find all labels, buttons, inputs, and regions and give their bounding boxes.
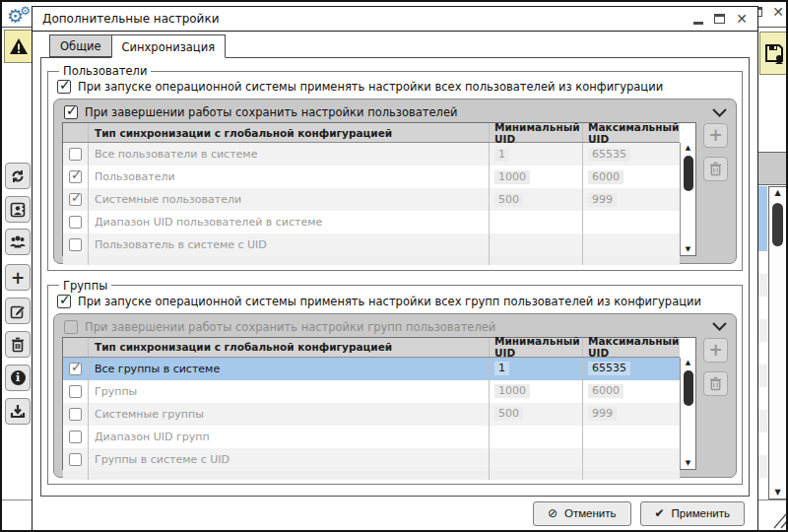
table-row[interactable]: Все пользователи в системе 1 65535 [63, 143, 680, 166]
row-checkbox[interactable] [69, 216, 82, 229]
refresh-button[interactable] [5, 163, 31, 189]
users-startup-row[interactable]: При запуске операционной системы применя… [57, 80, 735, 94]
info-button[interactable]: i [5, 365, 31, 391]
advanced-settings-dialog: Дополнительные настройки ✕ Общие Синхрон… [32, 6, 758, 531]
edit-icon [10, 303, 26, 319]
import-button[interactable] [5, 398, 31, 425]
save-users-button[interactable] [759, 32, 788, 75]
users-table-scrollbar[interactable]: ▲ ▼ [680, 143, 695, 255]
col-min-uid[interactable]: Минимальный UID [490, 123, 583, 142]
users-table: Тип синхронизации с глобальной конфигура… [62, 122, 696, 256]
cancel-icon: ⊘ [548, 507, 558, 519]
col-min-uid[interactable]: Минимальный UID [490, 338, 583, 357]
scroll-down-icon[interactable]: ▼ [686, 244, 690, 255]
user-card-icon [10, 202, 26, 218]
add-icon: + [708, 342, 722, 359]
users-add-row-button[interactable]: + [703, 123, 728, 148]
warning-triangle-icon [9, 37, 29, 55]
row-checkbox[interactable] [69, 148, 82, 161]
table-row[interactable]: Диапазон UID групп [63, 426, 680, 448]
table-row[interactable]: Пользователи 1000 6000 [63, 166, 680, 188]
groups-startup-label: При запуске операционной системы применя… [78, 295, 701, 308]
tabbar: Общие Синхронизация [33, 32, 757, 57]
row-checkbox[interactable] [69, 408, 82, 421]
users-group-button[interactable] [5, 229, 31, 255]
users-group: Пользователи При запуске операционной си… [47, 64, 743, 271]
application-window: ⚙⚙ ✕ [0, 0, 788, 532]
tab-synchronization[interactable]: Синхронизация [111, 34, 227, 58]
groups-add-row-button[interactable]: + [703, 338, 728, 363]
groups-save-panel: При завершении работы сохранить настройк… [53, 313, 737, 479]
table-row[interactable]: Диапазон UID пользователей в системе [63, 211, 680, 233]
scroll-thumb[interactable] [684, 156, 693, 191]
row-checkbox[interactable] [69, 431, 82, 443]
scroll-thumb[interactable] [684, 370, 693, 406]
table-row[interactable]: Системные пользователи 500 999 [63, 188, 680, 211]
scroll-down-icon[interactable]: ▼ [774, 487, 780, 499]
maximize-icon[interactable] [714, 14, 725, 24]
row-checkbox[interactable] [69, 170, 82, 183]
table-row[interactable]: Группы 1000 6000 [63, 380, 680, 403]
apply-button[interactable]: ✔ Применить [640, 501, 745, 526]
close-icon[interactable]: ✕ [772, 5, 784, 19]
dialog-titlebar[interactable]: Дополнительные настройки ✕ [33, 7, 757, 32]
delete-button[interactable] [5, 331, 31, 358]
scroll-down-icon[interactable]: ▼ [686, 458, 690, 469]
user-card-button[interactable] [5, 196, 31, 223]
groups-table-scrollbar[interactable]: ▲ ▼ [680, 358, 695, 470]
table-row[interactable]: Все группы в системе 1 65535 [63, 358, 680, 380]
row-checkbox[interactable] [69, 453, 82, 466]
groups-save-label: При завершении работы сохранить настройк… [85, 320, 495, 334]
groups-delete-row-button[interactable] [703, 371, 728, 396]
save-users-icon [763, 42, 785, 64]
users-startup-checkbox[interactable] [57, 80, 71, 94]
groups-group-legend: Группы [59, 279, 111, 293]
users-save-panel: При завершении работы сохранить настройк… [53, 99, 737, 264]
trash-icon [709, 376, 722, 391]
tab-general[interactable]: Общие [49, 34, 112, 57]
chevron-down-icon[interactable] [712, 108, 727, 117]
col-sync-type[interactable]: Тип синхронизации с глобальной конфигура… [89, 123, 490, 142]
close-icon[interactable]: ✕ [736, 12, 748, 26]
row-checkbox[interactable] [69, 238, 82, 251]
scroll-up-icon[interactable]: ▲ [686, 143, 690, 154]
scroll-up-icon[interactable]: ▲ [774, 187, 780, 199]
table-row[interactable]: Системные группы 500 999 [63, 403, 680, 426]
users-delete-row-button[interactable] [703, 157, 728, 181]
table-row[interactable]: Группы в системе с UID [63, 448, 680, 471]
resize-grip-icon [766, 510, 788, 530]
scroll-up-icon[interactable]: ▲ [686, 358, 690, 368]
col-sync-type[interactable]: Тип синхронизации с глобальной конфигура… [89, 338, 490, 357]
users-save-checkbox[interactable] [64, 105, 78, 119]
groups-save-header[interactable]: При завершении работы сохранить настройк… [62, 317, 729, 337]
col-max-uid[interactable]: Максимальный UID [583, 123, 680, 142]
groups-table: Тип синхронизации с глобальной конфигура… [62, 337, 696, 471]
edit-button[interactable] [5, 298, 31, 324]
row-checkbox[interactable] [69, 385, 82, 398]
table-row-stripe [63, 256, 680, 265]
groups-table-header: Тип синхронизации с глобальной конфигура… [63, 338, 680, 358]
settings-gears-icon: ⚙⚙ [5, 3, 33, 29]
row-checkbox[interactable] [69, 363, 82, 375]
background-scrollbar[interactable]: ▲ ▼ [768, 186, 787, 499]
users-table-header: Тип синхронизации с глобальной конфигура… [63, 123, 680, 143]
add-button[interactable]: + [5, 264, 31, 291]
scroll-thumb[interactable] [772, 203, 783, 246]
cancel-button[interactable]: ⊘ Отменить [533, 501, 631, 526]
groups-startup-row[interactable]: При запуске операционной системы применя… [57, 295, 735, 308]
add-icon: + [11, 268, 25, 288]
add-icon: + [708, 127, 722, 144]
users-save-header[interactable]: При завершении работы сохранить настройк… [62, 102, 729, 122]
trash-icon [709, 162, 722, 176]
row-checkbox[interactable] [69, 193, 82, 206]
groups-startup-checkbox[interactable] [57, 295, 71, 308]
info-icon: i [11, 370, 26, 385]
table-row[interactable]: Пользователь в системе с UID [63, 233, 680, 256]
col-max-uid[interactable]: Максимальный UID [583, 338, 680, 357]
groups-save-checkbox[interactable] [64, 320, 78, 334]
minimize-icon[interactable] [693, 22, 703, 25]
warning-button[interactable] [4, 30, 33, 63]
chevron-down-icon[interactable] [712, 322, 727, 331]
trash-icon [11, 337, 25, 353]
resize-grip[interactable] [766, 510, 788, 530]
